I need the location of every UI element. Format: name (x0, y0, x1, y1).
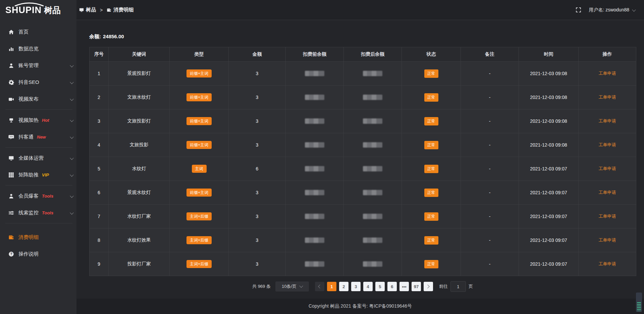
column-header-4: 扣费前余额 (286, 47, 344, 62)
more-pages-button[interactable]: ••• (399, 282, 409, 291)
fullscreen-icon[interactable] (576, 7, 581, 13)
column-header-9: 操作 (579, 47, 636, 62)
page-button-97[interactable]: 97 (412, 282, 421, 291)
column-header-6: 状态 (402, 47, 461, 62)
cell-action: 工单申请 (579, 157, 636, 181)
breadcrumb-item-shupin[interactable]: 树品 (79, 7, 96, 13)
work-order-link[interactable]: 工单申请 (599, 142, 616, 147)
sidebar: SHUPIN 树品 首页数据总览账号管理抖音SEO视频发布视频加热Hot抖客通N… (0, 0, 76, 314)
masked-balance-value (305, 118, 324, 124)
page-button-4[interactable]: 4 (363, 282, 373, 291)
table-header-row: 序号关键词类型金额扣费前余额扣费后余额状态备注时间操作 (90, 47, 636, 62)
status-badge: 正常 (424, 212, 438, 221)
next-page-button[interactable] (424, 282, 433, 291)
cell-time: 2021-12-03 09:08 (519, 62, 579, 86)
column-header-0: 序号 (90, 47, 109, 62)
page-button-6[interactable]: 6 (387, 282, 397, 291)
type-badge: 主词+后缀 (186, 236, 212, 244)
chat-icon (8, 134, 14, 140)
top-header: 树品>消费明细 用户名: zswodun88 (76, 0, 644, 20)
cell-balance-after (344, 62, 402, 86)
copyright-text: Copyright 树品 2021 备案号: 粤ICP备09019646号 (309, 303, 412, 309)
cell-keyword: 文旅投影灯 (109, 109, 170, 133)
work-order-link[interactable]: 工单申请 (599, 190, 616, 195)
masked-balance-value (305, 166, 324, 171)
goto-page-input[interactable] (450, 281, 466, 292)
cell-balance-before (286, 228, 344, 252)
sidebar-item-lead-monitor[interactable]: 线索监控Tools (0, 204, 76, 221)
cell-seq: 2 (90, 86, 109, 109)
cell-balance-after (344, 86, 402, 109)
sidebar-item-douketong[interactable]: 抖客通New (0, 128, 76, 145)
cell-remark: - (461, 109, 519, 133)
cell-amount: 3 (229, 133, 286, 157)
page-size-select[interactable]: 10条/页 (275, 281, 309, 292)
work-order-link[interactable]: 工单申请 (599, 118, 616, 123)
page-button-5[interactable]: 5 (375, 282, 385, 291)
breadcrumb-item-consume-detail[interactable]: 消费明细 (107, 7, 133, 13)
user-menu[interactable]: 用户名: zswodun88 (589, 7, 635, 13)
sidebar-item-label: 会员爆客 (18, 193, 39, 199)
cell-amount: 3 (229, 228, 286, 252)
sidebar-item-label: 线索监控 (18, 210, 39, 216)
sidebar-item-member-baoke[interactable]: 会员爆客Tools (0, 188, 76, 204)
cell-balance-after (344, 181, 402, 205)
work-order-link[interactable]: 工单申请 (599, 261, 616, 266)
cell-status: 正常 (402, 133, 461, 157)
sidebar-item-badge: Tools (42, 210, 53, 215)
cell-keyword: 水纹灯厂家 (109, 205, 170, 228)
status-badge: 正常 (424, 165, 438, 173)
username-label: 用户名: zswodun88 (589, 7, 629, 13)
page-size-value: 10条/页 (282, 283, 297, 290)
cell-balance-before (286, 62, 344, 86)
work-order-link[interactable]: 工单申请 (599, 95, 616, 100)
cell-seq: 3 (90, 109, 109, 133)
page-button-2[interactable]: 2 (339, 282, 348, 291)
cell-remark: - (461, 252, 519, 276)
cell-action: 工单申请 (579, 181, 636, 205)
table-row: 2文旅水纹灯前缀+主词3正常-2021-12-03 09:08工单申请 (90, 86, 636, 109)
cell-action: 工单申请 (579, 62, 636, 86)
work-order-link[interactable]: 工单申请 (599, 238, 616, 243)
work-order-link[interactable]: 工单申请 (599, 214, 616, 219)
sidebar-item-video-publish[interactable]: 视频发布 (0, 91, 76, 107)
page-button-1[interactable]: 1 (327, 282, 336, 291)
cell-balance-after (344, 252, 402, 276)
sidebar-item-video-heat[interactable]: 视频加热Hot (0, 112, 76, 128)
sidebar-item-home[interactable]: 首页 (0, 23, 76, 40)
masked-balance-value (363, 214, 382, 219)
balance-value: 24856.00 (103, 34, 124, 39)
cell-balance-before (286, 252, 344, 276)
masked-balance-value (305, 190, 324, 195)
sidebar-item-all-media[interactable]: 全媒体运营 (0, 150, 76, 166)
sidebar-item-matrix-boost[interactable]: 矩阵助推VIP (0, 166, 76, 183)
sidebar-item-consume-detail[interactable]: 消费明细 (0, 229, 76, 246)
work-order-link[interactable]: 工单申请 (599, 71, 616, 76)
chevron-down-icon (70, 156, 73, 160)
cell-balance-before (286, 133, 344, 157)
cell-action: 工单申请 (579, 252, 636, 276)
cell-seq: 7 (90, 205, 109, 228)
status-badge: 正常 (424, 69, 438, 78)
column-header-5: 扣费后余额 (344, 47, 402, 62)
sidebar-item-data-overview[interactable]: 数据总览 (0, 40, 76, 57)
type-badge: 主词+后缀 (186, 212, 212, 220)
sidebar-item-account-manage[interactable]: 账号管理 (0, 57, 76, 74)
cell-balance-before (286, 109, 344, 133)
floating-widget[interactable] (636, 293, 642, 312)
page-button-3[interactable]: 3 (351, 282, 361, 291)
sidebar-item-douyin-seo[interactable]: 抖音SEO (0, 74, 76, 91)
chevron-down-icon (70, 80, 73, 84)
cell-status: 正常 (402, 62, 461, 86)
pagination: 共 969 条 10条/页 123456•••97 前往 页 (89, 281, 636, 292)
type-badge: 前缀+主词 (186, 117, 212, 125)
prev-page-button[interactable] (315, 282, 324, 291)
work-order-link[interactable]: 工单申请 (599, 166, 616, 171)
cell-status: 正常 (402, 252, 461, 276)
sidebar-item-operation-guide[interactable]: ?操作说明 (0, 246, 76, 262)
cell-type: 前缀+主词 (170, 62, 229, 86)
type-badge: 主词 (192, 165, 207, 173)
logo-text: SHUPIN (5, 5, 42, 16)
cell-action: 工单申请 (579, 228, 636, 252)
sidebar-item-badge: New (37, 135, 46, 140)
